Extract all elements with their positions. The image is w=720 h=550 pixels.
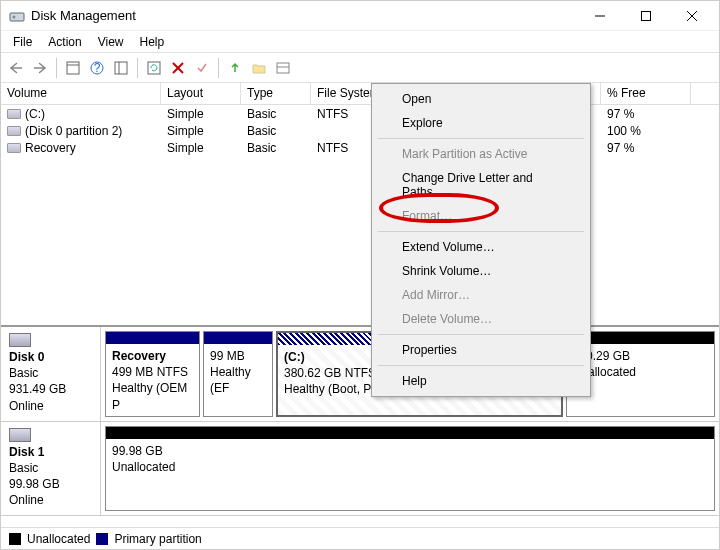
menu-help[interactable]: Help [132,33,173,51]
help-icon[interactable]: ? [86,57,108,79]
svg-point-1 [13,15,16,18]
ctx-change-letter[interactable]: Change Drive Letter and Paths… [374,166,588,204]
legend: Unallocated Primary partition [1,527,719,549]
svg-rect-15 [277,63,289,73]
partition-recovery[interactable]: Recovery 499 MB NTFS Healthy (OEM P [105,331,200,417]
svg-text:?: ? [94,61,101,75]
forward-button[interactable] [29,57,51,79]
ctx-shrink-volume[interactable]: Shrink Volume… [374,259,588,283]
legend-unalloc-label: Unallocated [27,532,90,546]
ctx-format: Format… [374,204,588,228]
upload-icon[interactable] [224,57,246,79]
svg-rect-12 [148,62,160,74]
titlebar: Disk Management [1,1,719,31]
window-title: Disk Management [31,8,577,23]
ctx-extend-volume[interactable]: Extend Volume… [374,235,588,259]
svg-rect-3 [642,11,651,20]
disk-info[interactable]: Disk 1 Basic 99.98 GB Online [1,422,101,515]
disk-mgmt-icon [9,8,25,24]
refresh-icon[interactable] [143,57,165,79]
table-row[interactable]: Recovery Simple Basic NTFS 97 % [1,139,719,156]
col-free[interactable]: % Free [601,83,691,104]
ctx-explore[interactable]: Explore [374,111,588,135]
svg-rect-10 [115,62,127,74]
disk-label: Disk 0 [9,350,44,364]
volume-icon [7,126,21,136]
menu-file[interactable]: File [5,33,40,51]
disk-label: Disk 1 [9,445,44,459]
ctx-add-mirror: Add Mirror… [374,283,588,307]
ctx-open[interactable]: Open [374,87,588,111]
disk-icon [9,428,31,442]
maximize-button[interactable] [623,1,669,31]
minimize-button[interactable] [577,1,623,31]
table-row[interactable]: (Disk 0 partition 2) Simple Basic 100 % [1,122,719,139]
disk-row-1: Disk 1 Basic 99.98 GB Online 99.98 GB Un… [1,422,719,516]
disk-icon [9,333,31,347]
svg-rect-0 [10,13,24,21]
ctx-help[interactable]: Help [374,369,588,393]
view-panel-icon[interactable] [62,57,84,79]
volume-table-header: Volume Layout Type File System % Free [1,83,719,105]
menu-action[interactable]: Action [40,33,89,51]
toolbar: ? [1,53,719,83]
delete-icon[interactable] [167,57,189,79]
back-button[interactable] [5,57,27,79]
disk-graph: Disk 0 Basic 931.49 GB Online Recovery 4… [1,325,719,516]
partition-unallocated[interactable]: 99.98 GB Unallocated [105,426,715,511]
table-row[interactable]: (C:) Simple Basic NTFS 97 % [1,105,719,122]
ctx-delete-volume: Delete Volume… [374,307,588,331]
menubar: File Action View Help [1,31,719,53]
legend-unalloc-swatch [9,533,21,545]
settings-panel-icon[interactable] [110,57,132,79]
svg-rect-6 [67,62,79,74]
partition-efi[interactable]: 99 MB Healthy (EF [203,331,273,417]
folder-icon[interactable] [248,57,270,79]
col-layout[interactable]: Layout [161,83,241,104]
col-volume[interactable]: Volume [1,83,161,104]
list-icon[interactable] [272,57,294,79]
check-icon[interactable] [191,57,213,79]
volume-icon [7,109,21,119]
col-type[interactable]: Type [241,83,311,104]
ctx-properties[interactable]: Properties [374,338,588,362]
volume-table-body: (C:) Simple Basic NTFS 97 % (Disk 0 part… [1,105,719,165]
ctx-mark-active: Mark Partition as Active [374,142,588,166]
close-button[interactable] [669,1,715,31]
legend-primary-swatch [96,533,108,545]
context-menu: Open Explore Mark Partition as Active Ch… [371,83,591,397]
menu-view[interactable]: View [90,33,132,51]
volume-icon [7,143,21,153]
legend-primary-label: Primary partition [114,532,201,546]
disk-info[interactable]: Disk 0 Basic 931.49 GB Online [1,327,101,421]
disk-row-0: Disk 0 Basic 931.49 GB Online Recovery 4… [1,327,719,422]
